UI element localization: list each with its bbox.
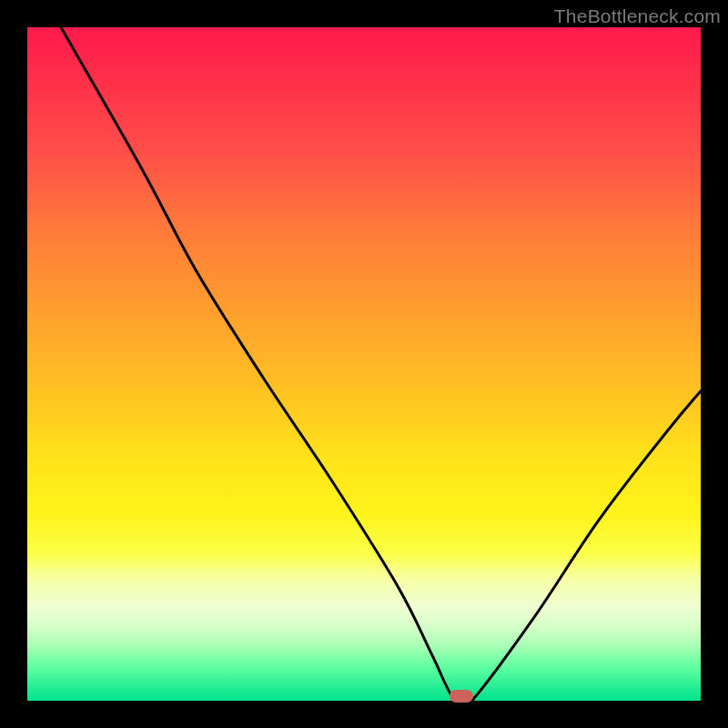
minimum-marker <box>450 690 473 703</box>
chart-frame: TheBottleneck.com <box>0 0 728 728</box>
plot-area <box>27 27 701 701</box>
watermark-text: TheBottleneck.com <box>554 5 721 27</box>
bottleneck-curve <box>27 27 701 701</box>
